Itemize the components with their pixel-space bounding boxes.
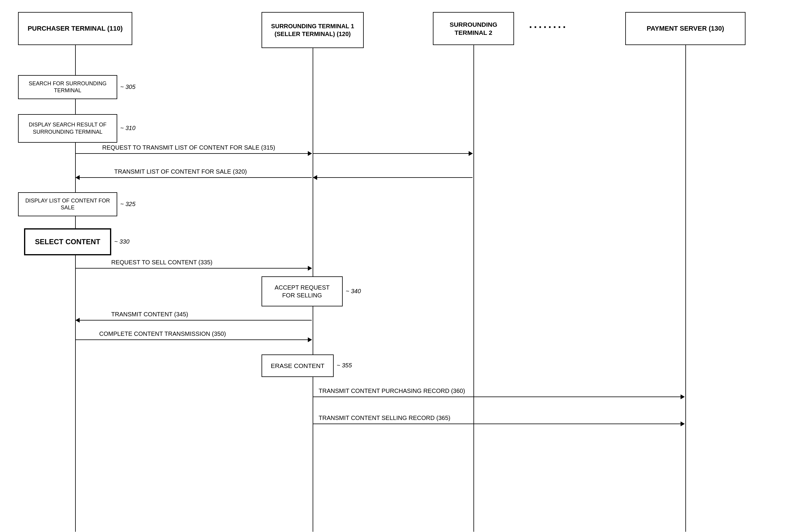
step330-box: SELECT CONTENT (24, 228, 111, 255)
arrow360-label: TRANSMIT CONTENT PURCHASING RECORD (360) (319, 387, 465, 394)
arrow335-label: REQUEST TO SELL CONTENT (335) (111, 259, 212, 266)
step325-label: ~ 325 (120, 201, 135, 208)
arrow315-label: REQUEST TO TRANSMIT LIST OF CONTENT FOR … (102, 144, 275, 151)
payment-server-box: PAYMENT SERVER (130) (625, 12, 745, 45)
purchaser-terminal-box: PURCHASER TERMINAL (110) (18, 12, 132, 45)
step340-label: ~ 340 (346, 288, 361, 295)
arrow345 (76, 320, 312, 321)
step325-box: DISPLAY LIST OF CONTENT FOR SALE (18, 192, 117, 216)
step310-box: DISPLAY SEARCH RESULT OF SURROUNDING TER… (18, 114, 117, 143)
diagram-container: PURCHASER TERMINAL (110) SURROUNDING TER… (0, 0, 796, 532)
arrow365-label: TRANSMIT CONTENT SELLING RECORD (365) (319, 415, 450, 421)
arrow315-main (76, 153, 312, 154)
arrow350-label: COMPLETE CONTENT TRANSMISSION (350) (99, 330, 226, 337)
step305-box: SEARCH FOR SURROUNDING TERMINAL (18, 75, 117, 99)
arrow320-main (76, 177, 312, 178)
arrow345-label: TRANSMIT CONTENT (345) (111, 311, 188, 318)
arrow365 (313, 423, 684, 424)
step330-label: ~ 330 (114, 238, 130, 245)
step340-box: ACCEPT REQUESTFOR SELLING (261, 277, 343, 306)
step355-label: ~ 355 (337, 362, 352, 369)
step310-label: ~ 310 (120, 125, 135, 132)
arrow320-label: TRANSMIT LIST OF CONTENT FOR SALE (320) (114, 168, 247, 175)
surrounding2-lifeline (474, 45, 474, 532)
arrow320-ext (313, 177, 473, 178)
step355-box: ERASE CONTENT (261, 355, 334, 377)
arrow335 (76, 268, 312, 269)
arrow315-ext (313, 153, 473, 154)
arrow360 (313, 397, 684, 397)
step305-label: ~ 305 (120, 83, 135, 90)
dots: ········ (529, 21, 568, 34)
surrounding2-terminal-box: SURROUNDINGTERMINAL 2 (433, 12, 514, 45)
payment-lifeline (685, 45, 686, 532)
seller-terminal-box: SURROUNDING TERMINAL 1(SELLER TERMINAL) … (261, 12, 364, 48)
arrow350 (76, 339, 312, 340)
